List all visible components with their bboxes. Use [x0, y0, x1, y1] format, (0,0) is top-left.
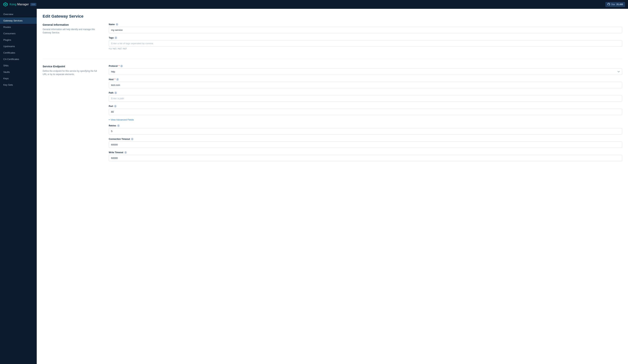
content-area: Edit Gateway Service General Information…	[37, 9, 628, 364]
port-input[interactable]	[109, 109, 622, 115]
name-info-icon: i	[116, 23, 118, 26]
retries-info-icon: i	[117, 124, 120, 127]
sidebar-item-keys[interactable]: Keys	[0, 75, 37, 82]
host-input[interactable]	[109, 82, 622, 88]
tags-hint: e.g. tag1, tag2, tag3	[109, 47, 622, 50]
sidebar-item-certificates[interactable]: Certificates	[0, 50, 37, 56]
port-info-icon: i	[114, 105, 117, 108]
write-timeout-field-group: Write Timeout i	[109, 151, 622, 161]
name-input[interactable]	[109, 27, 622, 33]
write-timeout-info-icon: i	[124, 151, 127, 154]
protocol-select[interactable]: http https grpc grpcs tcp tls udp ws wss	[109, 68, 622, 75]
path-label: Path i	[109, 92, 622, 94]
chevron-down-icon: ▾	[109, 119, 110, 121]
protocol-label: Protocol * i	[109, 65, 622, 67]
port-label: Port i	[109, 105, 622, 108]
sidebar-item-plugins[interactable]: Plugins	[0, 37, 37, 43]
port-field-group: Port i	[109, 105, 622, 115]
connection-timeout-field-group: Connection Timeout i	[109, 138, 622, 148]
write-timeout-input[interactable]	[109, 155, 622, 161]
sidebar-item-overview[interactable]: Overview	[0, 11, 37, 17]
connection-timeout-label: Connection Timeout i	[109, 138, 622, 140]
name-label: Name i	[109, 23, 622, 26]
retries-input[interactable]	[109, 128, 622, 134]
main-layout: Overview Gateway Services Routes Consume…	[0, 9, 628, 364]
protocol-field-group: Protocol * i http https grpc grpcs tcp t…	[109, 65, 622, 75]
tags-field-group: Tags i e.g. tag1, tag2, tag3	[109, 37, 622, 50]
kong-logo-icon	[3, 2, 8, 7]
sidebar-item-gateway-services[interactable]: Gateway Services	[0, 17, 37, 24]
connection-timeout-input[interactable]	[109, 141, 622, 148]
retries-label: Retries i	[109, 124, 622, 127]
advanced-fields-toggle[interactable]: ▾ View Advanced Fields	[109, 118, 622, 121]
page-title: Edit Gateway Service	[43, 14, 622, 19]
general-information-section: General Information General information …	[43, 23, 622, 59]
name-field-group: Name i	[109, 23, 622, 33]
path-input[interactable]	[109, 95, 622, 102]
host-field-group: Host * i	[109, 78, 622, 88]
endpoint-title: Service Endpoint	[43, 65, 101, 68]
path-field-group: Path i	[109, 92, 622, 102]
tags-label: Tags i	[109, 37, 622, 39]
write-timeout-label: Write Timeout i	[109, 151, 622, 154]
sidebar-item-ca-certificates[interactable]: CA Certificates	[0, 56, 37, 62]
path-info-icon: i	[114, 92, 117, 94]
tags-info-icon: i	[115, 37, 117, 39]
retries-field-group: Retries i	[109, 124, 622, 134]
host-required: *	[115, 78, 115, 81]
endpoint-fields: Protocol * i http https grpc grpcs tcp t…	[109, 65, 622, 165]
endpoint-desc: Define the endpoint for this service by …	[43, 69, 101, 76]
general-info-title: General Information	[43, 23, 101, 26]
github-star-label: Star	[611, 3, 615, 6]
protocol-required: *	[119, 65, 120, 67]
brand-name: Kong Manager	[9, 3, 29, 6]
general-fields: Name i Tags i e.g. tag1, tag2, tag3	[109, 23, 622, 53]
endpoint-description: Service Endpoint Define the endpoint for…	[43, 65, 101, 165]
sidebar-item-key-sets[interactable]: Key Sets	[0, 82, 37, 88]
connection-timeout-info-icon: i	[131, 138, 134, 140]
sidebar-item-vaults[interactable]: Vaults	[0, 69, 37, 75]
sidebar-item-routes[interactable]: Routes	[0, 24, 37, 30]
sidebar-item-snis[interactable]: SNIs	[0, 62, 37, 69]
top-header: Kong Manager OSS Star 35,488	[0, 0, 628, 9]
host-info-icon: i	[116, 78, 119, 81]
logo-area: Kong Manager OSS	[3, 2, 36, 7]
sidebar: Overview Gateway Services Routes Consume…	[0, 9, 37, 364]
sidebar-item-consumers[interactable]: Consumers	[0, 30, 37, 37]
github-star-count: 35,488	[616, 3, 623, 6]
oss-badge: OSS	[30, 3, 36, 6]
host-label: Host * i	[109, 78, 622, 81]
general-info-desc: General information will help identify a…	[43, 28, 101, 34]
github-star-button[interactable]: Star 35,488	[605, 2, 625, 7]
service-endpoint-section: Service Endpoint Define the endpoint for…	[43, 65, 622, 171]
github-icon	[607, 3, 610, 6]
sidebar-item-upstreams[interactable]: Upstreams	[0, 43, 37, 50]
general-info-description: General Information General information …	[43, 23, 101, 53]
protocol-info-icon: i	[120, 65, 123, 67]
tags-input[interactable]	[109, 40, 622, 47]
